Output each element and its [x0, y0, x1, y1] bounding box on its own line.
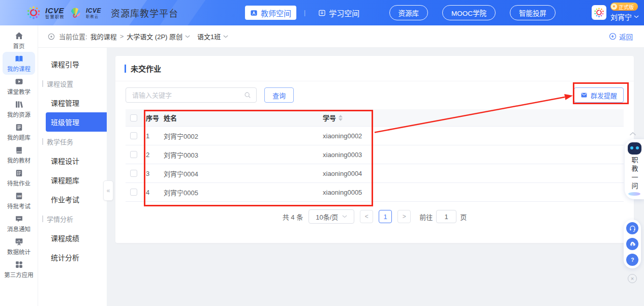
menu-entry[interactable]: 课程引导: [38, 54, 107, 74]
scroll-top-chevron-icon[interactable]: [629, 132, 636, 136]
menu-entry: 课程设置: [38, 74, 107, 93]
toolbar: 查询 群发提醒: [126, 87, 624, 103]
page-number-1[interactable]: 1: [379, 210, 392, 223]
rail-item[interactable]: 我的教材: [3, 143, 35, 166]
select-all-checkbox[interactable]: [130, 114, 137, 121]
exam-icon: 100: [15, 192, 23, 200]
next-page-button[interactable]: >: [397, 210, 411, 223]
student-table: 序号 姓名 学号 1 刘宵宁0002 xiaoning0002 2: [126, 109, 624, 202]
menu-entry-label: 教学任务: [47, 137, 73, 146]
float-tool-button[interactable]: [626, 222, 638, 234]
title-accent-bar: [125, 65, 126, 73]
tab-student-space[interactable]: 学习空间: [313, 6, 364, 20]
float-tool-button[interactable]: [626, 238, 638, 250]
cell-student-id: xiaoning0003: [323, 151, 624, 159]
menu-entry-label: 班级管理: [51, 117, 79, 127]
menu-entry[interactable]: 课程成绩: [38, 228, 107, 248]
menu-entry[interactable]: 作业考试: [38, 190, 107, 209]
user-menu[interactable]: 刘宵宁: [610, 12, 639, 22]
menu-entry[interactable]: 课程题库: [38, 170, 107, 190]
avatar-logo-icon: [594, 7, 604, 18]
page-title: 未交作业: [131, 63, 161, 74]
select-checkbox[interactable]: [130, 132, 137, 139]
table-header-row: 序号 姓名 学号: [126, 109, 624, 127]
rail-item[interactable]: 待批作业: [3, 166, 35, 189]
rail-item-label: 第三方应用: [4, 270, 34, 279]
breadcrumb-bar: 当前位置: 我的课程 > 大学语文 (2P) 原创 语文1班 返回: [38, 25, 644, 48]
space-tab-label: 学习空间: [329, 8, 359, 18]
classroom-icon: [15, 77, 23, 86]
user-name: 刘宵宁: [610, 12, 632, 22]
rail-item-label: 首页: [13, 42, 25, 50]
rail-item[interactable]: 我的课程: [3, 52, 35, 75]
menu-entry-label: 作业考试: [51, 194, 79, 204]
rail-item[interactable]: 数据统计: [3, 235, 35, 258]
search-icon[interactable]: [244, 91, 251, 99]
sort-icon[interactable]: [339, 115, 343, 121]
goto-unit: 页: [460, 212, 467, 222]
rail-item-label: 消息通知: [7, 225, 30, 233]
space-tab-label: 教师空间: [261, 8, 291, 18]
unsubmitted-homework-card: 未交作业 查询 群发提醒 序号 姓名 学号: [115, 56, 634, 243]
back-label: 返回: [619, 32, 633, 42]
mass-notify-button[interactable]: 群发提醒: [574, 87, 624, 103]
float-tool-button[interactable]: ?: [626, 254, 638, 266]
select-checkbox[interactable]: [130, 170, 137, 177]
menu-entry[interactable]: 统计分析: [38, 248, 107, 267]
page-size-select[interactable]: 10条/页: [309, 209, 354, 224]
icve-logo-text: ICVE 智慧职教: [45, 7, 65, 19]
prev-page-button[interactable]: <: [360, 210, 373, 223]
close-float-button[interactable]: ×: [628, 274, 637, 283]
help-icon: ?: [629, 256, 636, 264]
query-button[interactable]: 查询: [264, 87, 294, 103]
medal-icon: ★: [611, 4, 617, 10]
pagination: 共 4 条 10条/页 < 1 > 前往 页: [115, 209, 634, 224]
rail-item[interactable]: 100 待批考试: [3, 189, 35, 212]
rail-item[interactable]: 第三方应用: [3, 258, 35, 281]
space-divider: |: [304, 9, 305, 16]
goto-page-input[interactable]: [436, 210, 456, 223]
menu-entry[interactable]: 班级管理: [46, 112, 107, 132]
chevron-down-icon: [185, 35, 190, 38]
header-action-button[interactable]: MOOC学院: [442, 5, 496, 20]
select-checkbox[interactable]: [130, 189, 137, 196]
cell-student-id: xiaoning0005: [323, 189, 624, 196]
menu-entry[interactable]: 课程管理: [38, 93, 107, 112]
zjy-logo-icon: [69, 7, 81, 19]
cell-index: 2: [146, 151, 164, 159]
app-header: ICVE 智慧职教 ICVE 职教云 资源库教学平台 教师空间 | 学习空间 资…: [0, 0, 644, 25]
rail-item-label: 我的题库: [7, 133, 30, 141]
page-size-value: 10条/页: [316, 212, 338, 222]
select-checkbox[interactable]: [130, 151, 137, 158]
rail-item[interactable]: 课堂教学: [3, 75, 35, 98]
cell-index: 4: [146, 189, 164, 196]
rail-item[interactable]: 我的资源: [3, 98, 35, 120]
pagination-total: 共 4 条: [283, 212, 303, 222]
column-header-index: 序号: [146, 113, 164, 123]
assistant-tab[interactable]: 职教一问: [625, 139, 644, 199]
avatar[interactable]: [592, 5, 606, 20]
zjy-logo-text: ICVE 职教云: [86, 8, 101, 18]
cell-name: 刘宵宁0003: [164, 150, 323, 160]
logo-subtitle: 智慧职教: [45, 15, 65, 19]
menu-collapse-button[interactable]: «: [103, 180, 113, 201]
rail-item[interactable]: 消息通知: [3, 212, 35, 235]
space-switcher: 教师空间 | 学习空间: [245, 0, 364, 25]
header-action-button[interactable]: 智能投屏: [510, 5, 556, 20]
download-icon: [629, 240, 636, 248]
search-box: [126, 87, 257, 103]
homework-icon: [15, 169, 23, 177]
menu-entry[interactable]: 课程设计: [38, 151, 107, 170]
rail-item-label: 数据统计: [7, 248, 30, 256]
header-action-button[interactable]: 资源库: [389, 5, 428, 20]
rail-item[interactable]: 我的题库: [3, 120, 35, 143]
class-selector[interactable]: 语文1班: [197, 32, 228, 41]
cell-index: 1: [146, 132, 164, 140]
menu-entry-label: 课程设置: [47, 79, 73, 88]
back-button[interactable]: 返回: [609, 32, 633, 42]
search-input[interactable]: [131, 91, 244, 100]
rail-item[interactable]: 首页: [3, 29, 35, 52]
platform-title: 资源库教学平台: [111, 6, 178, 19]
cell-student-id: xiaoning0004: [323, 170, 624, 177]
tab-teacher-space[interactable]: 教师空间: [245, 6, 296, 20]
